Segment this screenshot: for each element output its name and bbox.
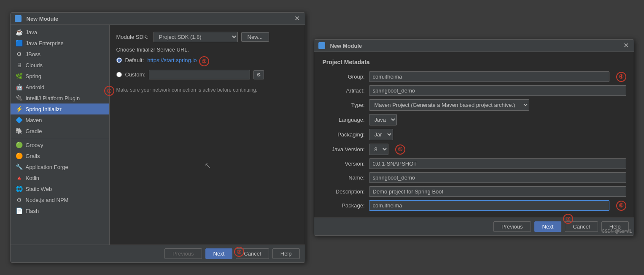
- sidebar-item-spring-initializr[interactable]: ⚡ Spring Initializr: [11, 103, 109, 114]
- application-forge-icon: 🔧: [16, 163, 23, 170]
- custom-url-input[interactable]: [149, 70, 250, 79]
- annotation-5: ⑤: [395, 144, 405, 155]
- sidebar-item-grails[interactable]: 🟠 Grails: [11, 150, 109, 161]
- right-previous-button[interactable]: Previous: [493, 221, 531, 232]
- java-icon: ☕: [16, 29, 23, 35]
- sidebar-item-spring[interactable]: 🌿 Spring: [11, 71, 109, 82]
- grails-icon: 🟠: [16, 152, 23, 159]
- annotation-1: ①: [102, 86, 114, 96]
- description-label: Description:: [323, 188, 365, 195]
- jboss-icon: ⚙: [16, 51, 23, 57]
- sidebar-item-kotlin-label: Kotlin: [26, 175, 40, 181]
- sidebar-item-gradle[interactable]: 🐘 Gradle: [11, 125, 109, 136]
- flash-icon: 📄: [16, 207, 23, 214]
- right-close-button[interactable]: ✕: [622, 42, 630, 49]
- language-select[interactable]: Java: [369, 114, 397, 125]
- artifact-input[interactable]: [369, 85, 626, 96]
- default-radio-label: Default:: [125, 57, 144, 63]
- java-version-label: Java Version:: [323, 146, 365, 152]
- sidebar-item-java-label: Java: [26, 29, 37, 35]
- default-url-link[interactable]: https://start.spring.io: [147, 57, 197, 63]
- package-row: Package: ⑥: [323, 200, 626, 211]
- groovy-icon: 🟢: [16, 142, 23, 148]
- sidebar-divider: [11, 138, 109, 138]
- module-type-sidebar: ① ☕ Java 🟦 Java Enterprise ⚙ JBoss 🖥 Clo…: [11, 25, 110, 245]
- sidebar-item-groovy-label: Groovy: [26, 142, 43, 148]
- right-next-button[interactable]: Next: [534, 221, 562, 232]
- sidebar-item-static-web[interactable]: 🌐 Static Web: [11, 183, 109, 194]
- right-dialog-title: New Module: [330, 43, 362, 49]
- version-label: Version:: [323, 161, 365, 167]
- dialog-icon: [15, 15, 22, 22]
- right-dialog-icon: [318, 42, 325, 49]
- sidebar-item-jboss[interactable]: ⚙ JBoss: [11, 49, 109, 60]
- description-input[interactable]: [369, 186, 626, 197]
- sidebar-item-java[interactable]: ☕ Java: [11, 27, 109, 38]
- sidebar-item-gradle-label: Gradle: [26, 128, 42, 134]
- spring-initializr-icon: ⚡: [16, 106, 23, 112]
- sidebar-item-groovy[interactable]: 🟢 Groovy: [11, 139, 109, 150]
- packaging-row: Packaging: Jar: [323, 129, 626, 140]
- name-row: Name:: [323, 172, 626, 183]
- new-sdk-button[interactable]: New...: [241, 32, 269, 42]
- annotation-4: ④: [616, 72, 626, 82]
- left-title-bar: New Module ✕: [11, 13, 305, 25]
- annotation-6: ⑥: [616, 201, 626, 211]
- right-title-bar: New Module ✕: [314, 40, 634, 52]
- sidebar-item-application-forge[interactable]: 🔧 Application Forge: [11, 161, 109, 172]
- project-metadata-title: Project Metadata: [323, 59, 626, 65]
- spring-icon: 🌿: [16, 73, 23, 79]
- left-dialog-body: ① ☕ Java 🟦 Java Enterprise ⚙ JBoss 🖥 Clo…: [11, 25, 306, 245]
- sidebar-item-kotlin[interactable]: 🔺 Kotlin: [11, 172, 109, 183]
- maven-icon: 🔷: [16, 117, 23, 123]
- left-next-button[interactable]: Next: [205, 248, 233, 259]
- java-version-select[interactable]: 8: [369, 144, 388, 155]
- sidebar-item-clouds-label: Clouds: [26, 62, 43, 68]
- custom-radio-label: Custom:: [125, 71, 146, 78]
- type-select[interactable]: Maven Project (Generate a Maven based pr…: [369, 99, 529, 111]
- custom-radio[interactable]: [116, 72, 122, 77]
- nodejs-icon: ⚙: [16, 196, 23, 203]
- left-help-button[interactable]: Help: [272, 248, 300, 259]
- sidebar-item-java-enterprise[interactable]: 🟦 Java Enterprise: [11, 38, 109, 49]
- sidebar-item-android-label: Android: [26, 84, 45, 90]
- artifact-row: Artifact:: [323, 85, 626, 96]
- sidebar-item-maven[interactable]: 🔷 Maven: [11, 114, 109, 125]
- sidebar-item-clouds[interactable]: 🖥 Clouds: [11, 60, 109, 71]
- type-row: Type: Maven Project (Generate a Maven ba…: [323, 99, 626, 111]
- group-row: Group: ④: [323, 71, 626, 82]
- right-dialog-footer: Previous Next ⑦ Cancel Help: [314, 218, 634, 235]
- custom-url-browse-button[interactable]: ⚙: [253, 70, 264, 79]
- group-input[interactable]: [369, 71, 609, 82]
- packaging-label: Packaging:: [323, 131, 365, 138]
- sidebar-item-flash[interactable]: 📄 Flash: [11, 205, 109, 216]
- right-new-module-dialog: New Module ✕ Project Metadata Group: ④ A…: [314, 39, 634, 236]
- default-radio[interactable]: [116, 57, 122, 63]
- sidebar-item-android[interactable]: 🤖 Android: [11, 82, 109, 93]
- sidebar-item-jboss-label: JBoss: [26, 51, 40, 57]
- intellij-icon: 🔌: [16, 95, 23, 101]
- java-version-row: Java Version: 8 ⑤: [323, 144, 626, 155]
- left-dialog-footer: Previous Next ③ Cancel Help: [11, 245, 305, 262]
- sdk-select[interactable]: Project SDK (1.8): [154, 32, 238, 42]
- language-label: Language:: [323, 117, 365, 123]
- name-input[interactable]: [369, 172, 626, 183]
- sidebar-item-nodejs[interactable]: ⚙ Node.js and NPM: [11, 194, 109, 205]
- left-close-button[interactable]: ✕: [294, 15, 301, 22]
- left-dialog-title: New Module: [27, 16, 59, 22]
- static-web-icon: 🌐: [16, 185, 23, 192]
- java-enterprise-icon: 🟦: [16, 40, 23, 46]
- left-previous-button[interactable]: Previous: [164, 248, 202, 259]
- packaging-select[interactable]: Jar: [369, 129, 393, 140]
- package-input[interactable]: [369, 200, 609, 211]
- version-input[interactable]: [369, 158, 626, 169]
- sidebar-item-java-enterprise-label: Java Enterprise: [26, 40, 64, 46]
- cursor: ↖: [205, 161, 211, 170]
- sidebar-item-nodejs-label: Node.js and NPM: [26, 197, 69, 203]
- name-label: Name:: [323, 174, 365, 181]
- sidebar-item-intellij[interactable]: 🔌 IntelliJ Platform Plugin: [11, 93, 109, 103]
- initializr-section: Choose Initializr Service URL. Default: …: [116, 46, 299, 79]
- metadata-form: Group: ④ Artifact: Type: Maven Project (…: [323, 71, 626, 211]
- artifact-label: Artifact:: [323, 87, 365, 94]
- clouds-icon: 🖥: [16, 62, 23, 68]
